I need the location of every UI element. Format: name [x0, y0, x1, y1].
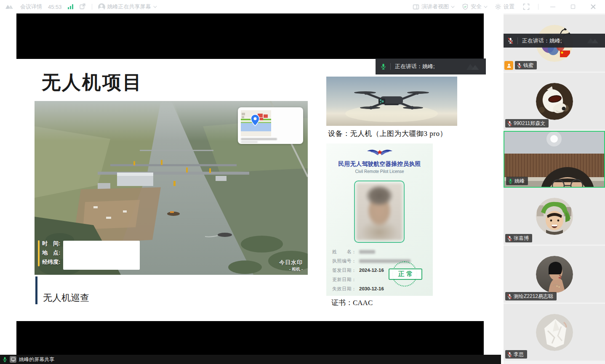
security-button[interactable]: 安全	[462, 3, 486, 11]
speaking-banner-text: 正在讲话：姚峰;	[522, 37, 562, 45]
screen-share-icon[interactable]	[10, 356, 16, 363]
active-mic-icon	[381, 63, 386, 70]
photo-watermark: 时 间: 地 点: 经纬度:	[38, 239, 60, 267]
titlebar-divider	[92, 4, 92, 10]
member-role-badge	[504, 61, 513, 70]
sidebar-speaking-banner: 正在讲话：姚峰;	[504, 34, 605, 48]
participant-tile[interactable]: 张嘉博	[504, 188, 605, 244]
speaking-banner: 正在讲话：姚峰;	[376, 58, 486, 74]
watermark-place-label: 地 点:	[42, 248, 60, 258]
slide-title: 无人机项目	[42, 70, 143, 95]
meeting-details-label: 会议详情	[20, 3, 42, 11]
participant-name: 测绘Z2212易志聪	[514, 293, 553, 300]
pilot-license-card: 民用无人驾驶航空器操控员执照 Civil Remote Pilot Licens…	[326, 143, 433, 296]
person-icon	[506, 63, 512, 68]
watermark-brand: 今日水印 - 相机 -	[279, 259, 303, 272]
banner-divider	[390, 63, 391, 70]
participant-tile[interactable]: 测绘Z2212易志聪	[504, 246, 605, 303]
watermark-brand-name: 今日水印	[279, 259, 303, 266]
settings-label: 设置	[504, 3, 514, 11]
license-id-photo-blurred	[356, 183, 402, 240]
caption-accent-bar	[35, 276, 37, 304]
gear-icon	[495, 3, 501, 10]
cert-caption: 证书：CAAC	[331, 298, 373, 308]
settings-button[interactable]: 设置	[495, 3, 514, 11]
shield-check-icon	[462, 3, 469, 10]
statusbar-label: 姚峰的屏幕共享	[19, 356, 54, 363]
participant-tile[interactable]: 990211郑森文	[504, 73, 605, 130]
active-mic-icon	[508, 178, 513, 184]
avatar-dark-portrait	[536, 256, 573, 293]
stamp-text: 正常	[389, 268, 422, 280]
watermark-accent-bar	[38, 240, 40, 266]
avatar-dog-sunglasses	[536, 83, 573, 120]
mini-map	[241, 110, 271, 136]
app-logo-watermark-icon	[586, 36, 601, 45]
photo-caption-text: 无人机巡查	[43, 292, 89, 304]
mic-on-icon	[3, 356, 7, 362]
map-inset-card	[238, 107, 303, 144]
view-mode-label: 演讲者视图	[421, 3, 449, 11]
field-label: 姓 名：	[332, 249, 359, 255]
fullscreen-button[interactable]	[523, 3, 530, 10]
maximize-icon	[571, 5, 575, 9]
view-mode-button[interactable]: 演讲者视图	[413, 3, 453, 11]
shared-screen-area: 无人机项目	[16, 13, 484, 355]
participant-tile[interactable]: 李思	[504, 304, 605, 361]
screen-share-statusbar: 姚峰的屏幕共享	[0, 355, 501, 364]
avatar-kid-green-hat	[536, 198, 573, 235]
sharer-status-button[interactable]: 姚峰正在共享屏幕	[98, 3, 156, 11]
watermark-brand-sub: - 相机 -	[279, 266, 303, 272]
participant-name-badge: 测绘Z2212易志聪	[505, 292, 557, 300]
participants-sidebar: 钱蜜	[504, 13, 605, 364]
participant-name-badge: 钱蜜	[515, 61, 537, 69]
muted-mic-icon	[507, 352, 512, 357]
maximize-button[interactable]	[567, 0, 579, 13]
license-title-en: Civil Remote Pilot License	[326, 169, 433, 174]
field-label: 执照编号：	[332, 258, 359, 264]
muted-mic-icon	[507, 294, 512, 299]
field-value: 2024-12-16	[359, 268, 384, 273]
watermark-time-label: 时 间:	[42, 239, 60, 248]
close-button[interactable]	[587, 0, 599, 13]
watermark-coords-label: 经纬度:	[42, 258, 60, 267]
license-photo-frame	[354, 181, 405, 243]
minimize-button[interactable]	[547, 0, 559, 13]
participant-name: 李思	[514, 351, 524, 358]
close-icon	[591, 4, 596, 9]
minimize-icon	[550, 7, 555, 7]
banner-divider	[517, 37, 518, 44]
security-label: 安全	[471, 3, 482, 11]
license-field-row: 姓 名：	[332, 247, 427, 256]
participant-name-badge: 李思	[505, 350, 527, 359]
participant-name-badge: 990211郑森文	[505, 119, 549, 128]
chevron-down-icon	[451, 4, 454, 8]
field-value: 2030-12-16	[359, 286, 384, 291]
muted-mic-icon	[508, 37, 513, 44]
layout-view-icon	[413, 4, 419, 10]
aerial-river-photo: 时 间: 地 点: 经纬度: 今日水印 - 相机 -	[35, 101, 308, 275]
app-logo-icon	[5, 3, 14, 11]
participant-name: 张嘉博	[514, 235, 529, 242]
presentation-slide: 无人机项目	[16, 59, 484, 321]
status-stamp: 正常	[389, 261, 422, 287]
meeting-details-button[interactable]: 会议详情	[20, 3, 42, 11]
field-label: 更新日期：	[332, 276, 359, 283]
fullscreen-icon	[523, 3, 530, 10]
field-label: 签发日期：	[332, 267, 359, 274]
participant-tile-speaking[interactable]: 姚峰	[504, 131, 605, 188]
speaking-banner-text: 正在讲话：姚峰;	[395, 63, 435, 70]
map-caption-blur	[241, 138, 277, 140]
equipment-caption: 设备：无人机（上图为大疆御3 pro）	[328, 129, 447, 138]
chevron-down-icon	[484, 4, 487, 8]
map-caption-blur	[241, 141, 258, 143]
participant-name: 钱蜜	[523, 62, 533, 69]
participant-name: 990211郑森文	[514, 120, 545, 127]
participant-name-badge: 张嘉博	[505, 234, 532, 242]
participant-name: 姚峰	[514, 178, 525, 185]
app-logo-watermark-icon	[465, 61, 482, 72]
muted-mic-icon	[507, 121, 512, 126]
titlebar-divider	[538, 4, 538, 10]
pop-out-icon[interactable]	[79, 3, 86, 11]
sharer-status-label: 姚峰正在共享屏幕	[107, 3, 151, 11]
